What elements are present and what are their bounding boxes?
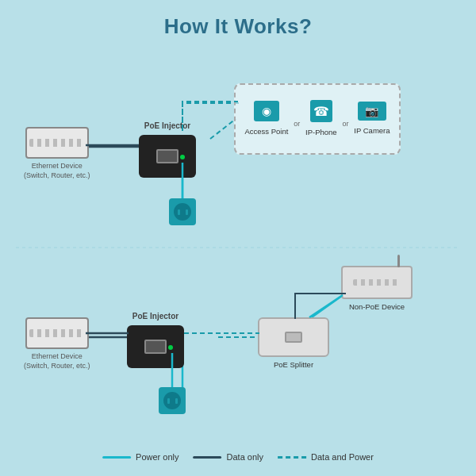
- ip-camera-icon: 📷: [358, 102, 386, 121]
- ethernet-device-top: Ethernet Device(Switch, Router, etc.): [24, 127, 90, 180]
- legend-power-label: Power only: [136, 452, 178, 462]
- outlet-bottom: [159, 387, 186, 414]
- outlet-slot-right-bottom: [175, 398, 178, 404]
- legend-data-power: Data and Power: [278, 452, 374, 462]
- poe-injector-bottom: PoE Injector: [127, 308, 184, 368]
- ip-phone-item: ☎ IP-Phone: [305, 100, 337, 137]
- legend-power-only: Power only: [102, 452, 178, 462]
- splitter-port: [285, 332, 302, 343]
- poe-splitter-label: PoE Splitter: [274, 360, 313, 370]
- poe-port-bottom: [144, 340, 167, 354]
- non-poe-device-label: Non-PoE Device: [349, 302, 405, 312]
- legend-line-data: [194, 456, 222, 459]
- outlet-slot-left-top: [178, 209, 180, 215]
- ip-camera-item: 📷 IP Camera: [354, 102, 390, 136]
- legend-data-only: Data only: [194, 452, 263, 462]
- ip-phone-label: IP-Phone: [305, 128, 337, 137]
- router-antenna: [397, 255, 400, 267]
- ip-phone-icon: ☎: [310, 100, 332, 122]
- access-point-label: Access Point: [244, 127, 288, 136]
- poe-injector-top: PoE Injector: [139, 117, 196, 178]
- router-icon: [341, 266, 413, 299]
- switch-icon-bottom: [25, 317, 89, 349]
- or-label-1: or: [294, 120, 300, 128]
- poe-injector-bottom-icon: [127, 325, 184, 368]
- non-poe-device: Non-PoE Device: [341, 266, 413, 312]
- router-body: [353, 279, 401, 286]
- or-label-2: or: [342, 120, 348, 128]
- outlet-slot-left-bottom: [167, 398, 170, 404]
- legend-data-power-label: Data and Power: [311, 452, 374, 462]
- legend-data-label: Data only: [227, 452, 263, 462]
- outlet-top: [169, 198, 196, 225]
- outlet-face-top: [174, 203, 191, 221]
- poe-splitter: PoE Splitter: [258, 317, 329, 370]
- outlet-slot-right-top: [186, 209, 188, 215]
- poe-injector-top-icon: [139, 135, 196, 178]
- legend: Power only Data only Data and Power: [102, 452, 374, 462]
- legend-line-data-power: [278, 456, 306, 459]
- access-point-icon: [254, 101, 279, 121]
- ethernet-device-top-label: Ethernet Device(Switch, Router, etc.): [24, 162, 90, 180]
- outlet-bottom-icon: [159, 387, 186, 414]
- poe-injector-bottom-label: PoE Injector: [132, 311, 178, 321]
- ethernet-device-bottom-label: Ethernet Device(Switch, Router, etc.): [24, 352, 90, 370]
- poe-injector-top-label: PoE Injector: [144, 121, 190, 131]
- outlet-top-icon: [169, 198, 196, 225]
- poe-devices-box: Access Point or ☎ IP-Phone or 📷 IP Camer…: [234, 83, 401, 155]
- legend-line-power: [102, 456, 131, 459]
- switch-icon-top: [25, 127, 89, 159]
- svg-line-2: [210, 119, 236, 139]
- poe-port-top: [156, 149, 178, 163]
- ethernet-device-bottom: Ethernet Device(Switch, Router, etc.): [24, 317, 90, 370]
- splitter-icon: [258, 317, 329, 357]
- access-point-item: Access Point: [244, 101, 288, 136]
- outlet-face-bottom: [163, 392, 181, 409]
- page-title: How It Works?: [0, 0, 476, 39]
- svg-line-6: [309, 294, 345, 319]
- ip-camera-label: IP Camera: [354, 126, 390, 136]
